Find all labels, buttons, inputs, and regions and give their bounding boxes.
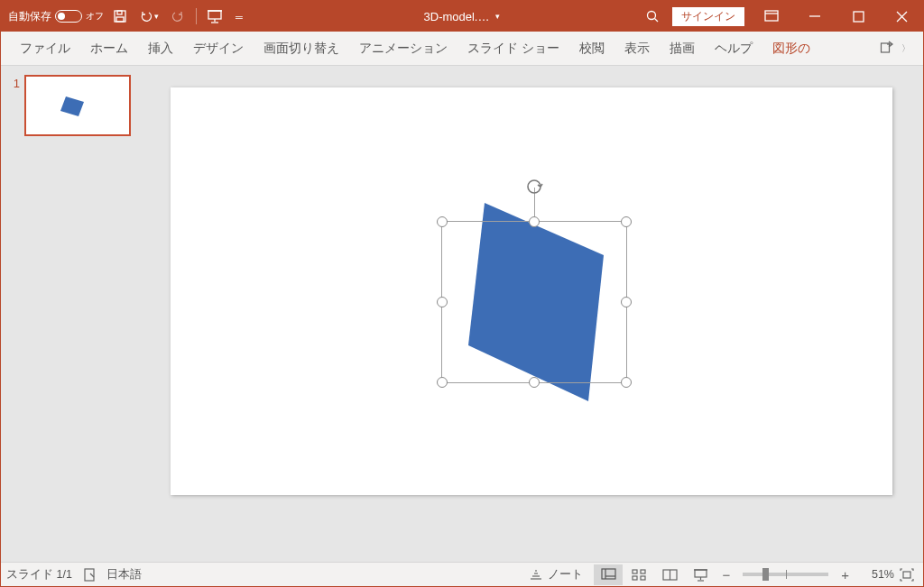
svg-rect-9: [765, 11, 778, 21]
tab-review[interactable]: 校閲: [569, 32, 614, 66]
slide-thumbnail-1[interactable]: [24, 75, 131, 136]
tab-draw[interactable]: 描画: [660, 32, 705, 66]
reading-view-button[interactable]: [655, 564, 684, 585]
slide-sorter-view-button[interactable]: [624, 564, 653, 585]
zoom-in-button[interactable]: +: [836, 568, 855, 582]
title-dropdown-icon[interactable]: ▾: [494, 12, 500, 21]
zoom-out-button[interactable]: −: [716, 568, 735, 582]
titlebar: 自動保存 オフ ▾ ═ 3D-model.… ▾: [1, 1, 923, 32]
fit-to-window-button[interactable]: [896, 568, 918, 582]
svg-rect-38: [903, 572, 910, 578]
svg-rect-29: [641, 570, 645, 573]
vertical-scrollbar[interactable]: [907, 66, 923, 562]
tab-insert[interactable]: 挿入: [138, 32, 183, 66]
tab-animations[interactable]: アニメーション: [349, 32, 457, 66]
svg-rect-34: [695, 570, 707, 577]
zoom-percentage[interactable]: 51%: [856, 568, 894, 581]
statusbar: スライド 1/1 日本語 ノート −: [1, 562, 923, 586]
ribbon-overflow-icon[interactable]: 〉: [898, 42, 914, 55]
autosave-pill: [55, 10, 82, 23]
zoom-slider[interactable]: [743, 573, 828, 576]
svg-rect-2: [116, 17, 124, 22]
save-icon[interactable]: [107, 4, 133, 29]
language-indicator[interactable]: 日本語: [106, 567, 142, 582]
ribbon-tabs: ファイル ホーム 挿入 デザイン 画面切り替え アニメーション スライド ショー…: [1, 32, 923, 66]
svg-rect-3: [208, 11, 221, 19]
search-button[interactable]: [633, 9, 672, 23]
rotate-handle[interactable]: [524, 177, 544, 197]
slideshow-view-button[interactable]: [686, 564, 715, 585]
autosave-toggle[interactable]: 自動保存 オフ: [8, 9, 104, 24]
normal-view-button[interactable]: [594, 564, 623, 585]
qat-customize-button[interactable]: ═: [231, 4, 247, 29]
document-title: 3D-model.… ▾: [424, 10, 501, 23]
ribbon-display-options-button[interactable]: [750, 1, 793, 32]
thumbnail-number: 1: [8, 75, 24, 136]
tab-shape-format[interactable]: 図形の: [762, 32, 820, 66]
svg-rect-30: [633, 576, 637, 580]
notes-button[interactable]: ノート: [529, 567, 592, 582]
maximize-button[interactable]: [836, 1, 880, 32]
thumbnail-shape-icon: [60, 96, 88, 116]
autosave-label: 自動保存: [8, 9, 51, 24]
resize-handle-mr[interactable]: [621, 297, 632, 307]
svg-point-7: [648, 12, 656, 20]
svg-point-18: [528, 180, 541, 193]
tab-view[interactable]: 表示: [614, 32, 660, 66]
resize-handle-bl[interactable]: [437, 377, 448, 388]
svg-rect-31: [641, 576, 645, 580]
accessibility-check-button[interactable]: [83, 568, 96, 582]
tab-slideshow[interactable]: スライド ショー: [457, 32, 569, 66]
close-button[interactable]: [880, 1, 923, 32]
tab-help[interactable]: ヘルプ: [705, 32, 762, 66]
slide-canvas[interactable]: [171, 87, 892, 495]
tab-file[interactable]: ファイル: [10, 32, 80, 66]
tab-design[interactable]: デザイン: [183, 32, 254, 66]
slide-area: [160, 66, 907, 562]
resize-handle-bm[interactable]: [529, 377, 540, 388]
resize-handle-tl[interactable]: [437, 216, 448, 227]
svg-rect-28: [633, 570, 637, 573]
svg-rect-19: [85, 569, 94, 581]
resize-handle-tr[interactable]: [621, 216, 632, 227]
tab-home[interactable]: ホーム: [80, 32, 138, 66]
slideshow-from-start-button[interactable]: [202, 4, 227, 29]
svg-line-8: [655, 19, 659, 23]
resize-handle-br[interactable]: [621, 377, 632, 388]
svg-rect-1: [117, 11, 122, 14]
notes-label: ノート: [548, 567, 583, 582]
resize-handle-ml[interactable]: [437, 297, 448, 307]
signin-button[interactable]: サインイン: [672, 7, 744, 26]
svg-marker-16: [60, 96, 84, 116]
redo-button[interactable]: [165, 4, 190, 29]
minimize-button[interactable]: [793, 1, 836, 32]
slide-counter[interactable]: スライド 1/1: [6, 567, 72, 582]
autosave-state: オフ: [86, 10, 104, 23]
selection-box: [441, 221, 627, 383]
filename-label: 3D-model.…: [424, 10, 490, 23]
resize-handle-tm[interactable]: [529, 216, 540, 227]
undo-button[interactable]: ▾: [136, 4, 162, 29]
thumbnail-pane: 1: [1, 66, 160, 562]
svg-rect-12: [854, 12, 864, 22]
svg-rect-25: [602, 569, 615, 579]
tab-transitions[interactable]: 画面切り替え: [254, 32, 349, 66]
share-button[interactable]: [880, 40, 894, 57]
